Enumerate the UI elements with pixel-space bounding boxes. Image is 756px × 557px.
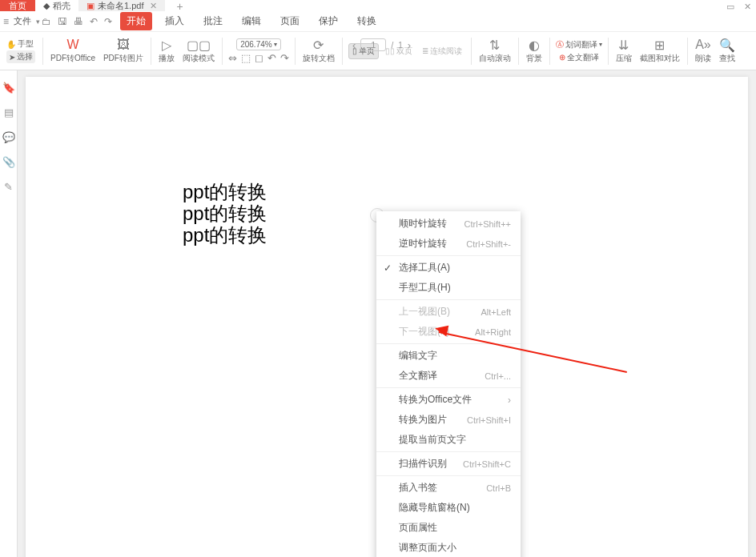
ctx-hide-nav[interactable]: 隐藏导航窗格(N) — [376, 498, 521, 518]
context-menu: 顺时针旋转Ctrl+Shift++ 逆时针旋转Ctrl+Shift+- 选择工具… — [376, 211, 521, 557]
word-trans-label[interactable]: 划词翻译 — [565, 39, 597, 50]
continuous-button[interactable]: ≣连续阅读 — [419, 44, 465, 58]
ctx-hide-nav-label: 隐藏导航窗格(N) — [399, 501, 470, 515]
menu-insert[interactable]: 插入 — [159, 12, 191, 30]
fit-page-icon[interactable]: ⬚ — [241, 52, 251, 64]
window-close-icon[interactable]: ✕ — [744, 2, 751, 12]
pdf-to-office-button[interactable]: WPDF转Office — [47, 36, 99, 66]
zoom-value: 206.74% — [240, 40, 271, 49]
bg-icon: ◐ — [529, 38, 540, 52]
toolbar: ✋手型 ➤选择 WPDF转Office 🖼PDF转图片 ▷播放 ▢▢阅读模式 2… — [0, 32, 756, 70]
tab-home[interactable]: 首页 — [0, 0, 35, 11]
sign-icon[interactable]: ✎ — [4, 181, 13, 193]
page-sep: / — [391, 41, 393, 50]
doc1-icon: ◆ — [43, 1, 50, 11]
hand-label: 手型 — [18, 38, 34, 50]
word-trans-dropdown-icon[interactable]: ▾ — [599, 41, 602, 48]
redo-icon[interactable]: ↷ — [104, 16, 112, 27]
menu-page[interactable]: 页面 — [274, 12, 306, 30]
full-trans-label[interactable]: 全文翻译 — [567, 52, 599, 63]
rotate-doc-button[interactable]: ⟳旋转文档 — [300, 36, 338, 66]
ctx-divider — [376, 387, 521, 388]
hamburger-icon[interactable]: ≡ — [3, 16, 9, 27]
menu-edit[interactable]: 编辑 — [235, 12, 267, 30]
play-label: 播放 — [159, 53, 175, 64]
compress-button[interactable]: ⇊压缩 — [613, 36, 635, 66]
menu-items: 开始 插入 批注 编辑 页面 保护 转换 — [120, 12, 383, 30]
ctx-resize-page[interactable]: 调整页面大小 — [376, 538, 521, 557]
side-strip: 🔖 ▤ 💬 📎 ✎ — [0, 70, 18, 557]
ctx-extract-text[interactable]: 提取当前页文字 — [376, 430, 521, 450]
ctx-hand-tool[interactable]: 手型工具(H) — [376, 278, 521, 298]
word-trans-icon: Ⓐ — [556, 39, 564, 50]
ctx-page-props[interactable]: 页面属性 — [376, 518, 521, 538]
ctx-prev-view-shortcut: Alt+Left — [481, 307, 511, 317]
tabs-bar: 首页 ◆稻壳 ▣未命名1.pdf✕ + ▭ ✕ — [0, 0, 756, 11]
file-menu[interactable]: 文件 — [14, 15, 31, 27]
search-icon: 🔍 — [719, 38, 735, 52]
print-icon[interactable]: 🖶 — [74, 16, 83, 27]
menu-convert[interactable]: 转换 — [351, 12, 383, 30]
ctx-full-translate-label: 全文翻译 — [399, 369, 437, 383]
screenshot-button[interactable]: ⊞截图和对比 — [637, 36, 683, 66]
read-aloud-label: 朗读 — [695, 53, 711, 64]
ctx-rotate-cw[interactable]: 顺时针旋转Ctrl+Shift++ — [376, 214, 521, 234]
ctx-convert-image[interactable]: 转换为图片Ctrl+Shift+I — [376, 410, 521, 430]
pdf-to-image-button[interactable]: 🖼PDF转图片 — [100, 36, 147, 66]
tab-doc2[interactable]: ▣未命名1.pdf✕ — [78, 0, 165, 11]
file-dropdown-icon[interactable]: ▾ — [36, 18, 40, 26]
tab-doc1[interactable]: ◆稻壳 — [35, 0, 78, 11]
menu-protect[interactable]: 保护 — [312, 12, 344, 30]
word-icon: W — [66, 38, 78, 52]
rotate-right-icon[interactable]: ↷ — [280, 52, 289, 64]
ctx-full-translate[interactable]: 全文翻译Ctrl+... — [376, 366, 521, 386]
attachment-icon[interactable]: 📎 — [2, 156, 15, 168]
page-input[interactable]: 1 — [360, 38, 386, 51]
ctx-ocr[interactable]: 扫描件识别Ctrl+Shift+C — [376, 454, 521, 474]
comment-icon[interactable]: 💬 — [2, 131, 15, 143]
fit-width-icon[interactable]: ⇔ — [228, 52, 237, 64]
open-icon[interactable]: 🗀 — [42, 16, 51, 27]
undo-icon[interactable]: ↶ — [90, 16, 98, 27]
pdf-to-office-label: PDF转Office — [50, 53, 95, 64]
close-tab-icon[interactable]: ✕ — [150, 1, 157, 11]
ctx-select-tool[interactable]: 选择工具(A) — [376, 258, 521, 278]
ctx-rotate-ccw[interactable]: 逆时针旋转Ctrl+Shift+- — [376, 234, 521, 254]
ctx-edit-text[interactable]: 编辑文字 — [376, 346, 521, 366]
prev-page-icon[interactable]: ‹ — [352, 39, 356, 51]
read-mode-button[interactable]: ▢▢阅读模式 — [179, 36, 218, 66]
play-button[interactable]: ▷播放 — [155, 36, 178, 66]
hand-icon: ✋ — [6, 40, 16, 49]
find-button[interactable]: 🔍查找 — [716, 36, 738, 66]
pointer-mode-group: ✋手型 ➤选择 — [3, 37, 38, 65]
background-button[interactable]: ◐背景 — [523, 36, 545, 66]
thumbnail-icon[interactable]: ▤ — [4, 106, 14, 118]
book-icon: ▢▢ — [187, 38, 211, 52]
actual-size-icon[interactable]: ◻ — [255, 52, 263, 64]
ctx-convert-office[interactable]: 转换为Office文件› — [376, 390, 521, 410]
bookmark-icon[interactable]: 🔖 — [2, 82, 15, 94]
hand-tool[interactable]: ✋手型 — [6, 38, 35, 50]
tab-doc1-label: 稻壳 — [53, 0, 70, 12]
play-icon: ▷ — [162, 38, 171, 52]
read-aloud-button[interactable]: A»朗读 — [692, 36, 714, 66]
next-page-icon[interactable]: › — [408, 39, 411, 51]
ctx-convert-office-label: 转换为Office文件 — [399, 393, 472, 407]
ctx-ocr-label: 扫描件识别 — [399, 457, 447, 471]
tab-doc2-label: 未命名1.pdf — [98, 0, 143, 12]
auto-scroll-button[interactable]: ⇅自动滚动 — [476, 36, 514, 66]
save-icon[interactable]: 🖫 — [58, 16, 67, 27]
zoom-level[interactable]: 206.74%▾ — [236, 38, 280, 50]
window-restore-icon[interactable]: ▭ — [726, 2, 734, 12]
ctx-insert-bookmark[interactable]: 插入书签Ctrl+B — [376, 478, 521, 498]
ctx-convert-image-shortcut: Ctrl+Shift+I — [467, 415, 511, 425]
new-tab-button[interactable]: + — [176, 0, 183, 13]
ctx-next-view-shortcut: Alt+Right — [475, 327, 511, 337]
rotate-left-icon[interactable]: ↶ — [267, 52, 276, 64]
menu-annotate[interactable]: 批注 — [197, 12, 229, 30]
ctx-extract-text-label: 提取当前页文字 — [399, 433, 466, 447]
continuous-icon: ≣ — [422, 46, 428, 55]
pdf-icon: ▣ — [86, 1, 94, 11]
menu-start[interactable]: 开始 — [120, 12, 152, 30]
select-tool[interactable]: ➤选择 — [6, 50, 35, 63]
